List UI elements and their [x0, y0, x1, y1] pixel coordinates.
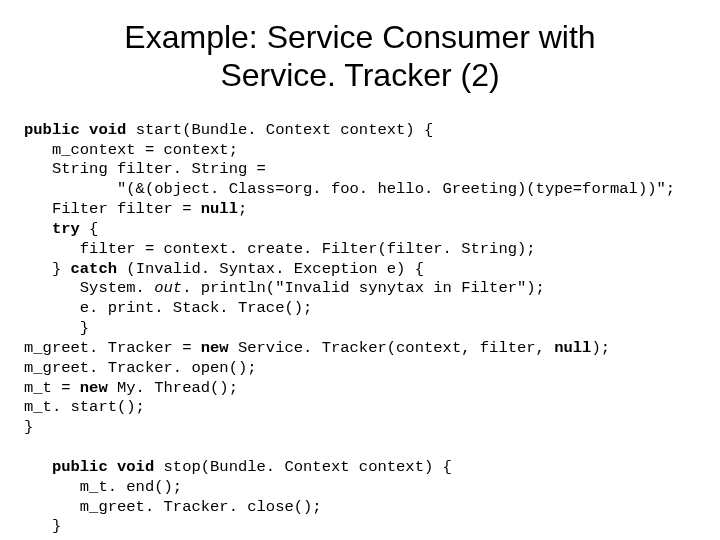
code-text: } — [24, 517, 61, 535]
code-text: Service. Tracker(context, filter, — [229, 339, 555, 357]
code-text: m_greet. Tracker. open(); — [24, 359, 257, 377]
code-text: m_context = context; — [24, 141, 238, 159]
code-text: My. Thread(); — [108, 379, 238, 397]
code-text: ); — [591, 339, 610, 357]
code-text: stop(Bundle. Context context) { — [164, 458, 452, 476]
code-text: e. print. Stack. Trace(); — [24, 299, 312, 317]
code-text: } — [24, 418, 33, 436]
code-text: "(&(object. Class=org. foo. hello. Greet… — [24, 180, 675, 198]
code-kw: null — [201, 200, 238, 218]
title-line-2: Service. Tracker (2) — [220, 57, 499, 93]
code-text: System. — [24, 279, 154, 297]
code-text: String filter. String = — [24, 160, 266, 178]
code-kw: try — [24, 220, 80, 238]
title-line-1: Example: Service Consumer with — [124, 19, 595, 55]
code-block: public void start(Bundle. Context contex… — [24, 121, 696, 537]
code-kw: catch — [71, 260, 118, 278]
code-kw: null — [554, 339, 591, 357]
code-text: { — [80, 220, 99, 238]
code-text: m_t = — [24, 379, 80, 397]
code-text: m_greet. Tracker. close(); — [24, 498, 322, 516]
code-text: m_greet. Tracker = — [24, 339, 201, 357]
code-text: } — [24, 319, 89, 337]
code-kw: new — [80, 379, 108, 397]
code-text: filter = context. create. Filter(filter.… — [24, 240, 536, 258]
code-text: } — [24, 260, 71, 278]
code-text: m_t. end(); — [24, 478, 182, 496]
code-italic: out — [154, 279, 182, 297]
code-kw: new — [201, 339, 229, 357]
code-text: start(Bundle. Context context) { — [136, 121, 434, 139]
code-kw: public void — [24, 121, 136, 139]
code-text: . println("Invalid synytax in Filter"); — [182, 279, 545, 297]
code-text: m_t. start(); — [24, 398, 145, 416]
code-kw: public void — [24, 458, 164, 476]
code-text: Filter filter = — [24, 200, 201, 218]
code-text: (Invalid. Syntax. Exception e) { — [117, 260, 424, 278]
code-text: ; — [238, 200, 247, 218]
slide: Example: Service Consumer with Service. … — [0, 0, 720, 540]
slide-title: Example: Service Consumer with Service. … — [24, 18, 696, 95]
